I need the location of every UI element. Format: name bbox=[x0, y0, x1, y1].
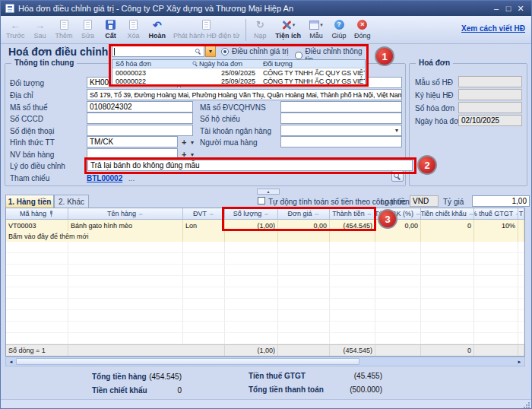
tien-thue-gtgt-label: Tiền thuế GTGT bbox=[249, 372, 306, 380]
column-options-icon: ⇔ bbox=[415, 211, 421, 217]
so-ho-chieu-input[interactable] bbox=[280, 113, 402, 124]
nv-ban-hang-input[interactable] bbox=[87, 148, 178, 160]
items-grid: Mã hàng Tên hàng⇔ ĐVT⇔ Số lượng⇔ Đơn giá… bbox=[5, 208, 525, 357]
toolbar-them-button[interactable]: Thêm bbox=[52, 17, 77, 43]
col-ma-hang[interactable]: Mã hàng bbox=[6, 208, 68, 219]
ky-hieu-hd-label: Ký hiệu HĐ bbox=[415, 91, 454, 100]
toolbar-giup-button[interactable]: ? Giúp bbox=[328, 17, 350, 43]
annotation-badge-1: 1 bbox=[375, 46, 394, 66]
annotation-badge-2: 2 bbox=[417, 155, 437, 175]
tai-khoan-dropdown-icon[interactable]: ▾ bbox=[395, 128, 398, 134]
invoice-search-dropdown-button[interactable]: ▼ bbox=[205, 46, 216, 57]
close-power-icon: × bbox=[357, 20, 367, 30]
toolbar-phat-hanh-button[interactable]: Phát hành HĐ điện tử bbox=[169, 17, 243, 43]
resize-grip[interactable] bbox=[523, 401, 530, 408]
scroll-left-icon[interactable]: ◄ bbox=[6, 360, 16, 364]
hinh-thuc-tt-add-icon[interactable]: + bbox=[182, 138, 186, 147]
grid-empty-row bbox=[6, 253, 524, 265]
col-so-luong[interactable]: Số lượng⇔ bbox=[225, 208, 278, 219]
so-hoa-don-label: Số hóa đơn bbox=[415, 104, 454, 113]
toolbar-sua-button[interactable]: Sửa bbox=[77, 17, 100, 43]
col-thue-gtgt[interactable]: % thuế GTGT⇔ bbox=[474, 208, 518, 219]
grid-data-row[interactable]: VT00003 Bánh gato hình mèo Lon (1,00) 0,… bbox=[6, 220, 524, 231]
auto-calc-checkbox[interactable] bbox=[258, 197, 265, 204]
ma-so-thue-label: Mã số thuế bbox=[10, 103, 47, 112]
delete-document-icon bbox=[129, 20, 138, 30]
toolbar-truoc-button[interactable]: ← Trước bbox=[2, 17, 29, 43]
tham-chieu-ellipsis[interactable]: ... bbox=[128, 174, 135, 182]
row-count: Số dòng = 1 bbox=[6, 345, 68, 356]
hinh-thuc-tt-dropdown-icon[interactable]: ▾ bbox=[191, 140, 194, 146]
radio-dieu-chinh-gia-tri[interactable]: Điều chỉnh giá trị bbox=[221, 47, 288, 55]
tai-khoan-label: Tài khoản ngân hàng bbox=[200, 127, 271, 135]
arrow-right-icon: → bbox=[35, 20, 46, 30]
col-dvt[interactable]: ĐVT⇔ bbox=[183, 208, 225, 219]
nguoi-mua-input[interactable] bbox=[280, 136, 402, 147]
search-icon bbox=[193, 62, 198, 67]
so-cccd-input[interactable] bbox=[87, 113, 193, 124]
general-info-group-title: Thông tin chung bbox=[11, 59, 77, 67]
toolbar-tien-ich-button[interactable]: ▾ Tiện ích bbox=[271, 17, 305, 43]
invoice-list-row[interactable]: 00000023 25/09/2025 CÔNG TY TNHH ẮC QUY … bbox=[112, 68, 365, 77]
nv-ban-hang-dropdown-icon[interactable]: ▾ bbox=[191, 152, 194, 158]
ma-so-dvcqhvns-label: Mã số ĐVCQHVNS bbox=[200, 103, 266, 112]
tham-chieu-search-button[interactable] bbox=[391, 170, 404, 182]
grid-add-row[interactable]: Bấm vào đây để thêm mới bbox=[6, 231, 524, 242]
view-invoice-guide-link[interactable]: Xem cách viết HĐ bbox=[461, 24, 525, 33]
column-options-icon: ⇔ bbox=[313, 211, 319, 217]
dia-chi-input[interactable]: Số 179, Tổ 39, Đường Hoàng Mai, Phường H… bbox=[87, 89, 402, 100]
undo-icon: ↶ bbox=[153, 20, 162, 30]
invoice-list-row[interactable]: 00000022 25/09/2025 CÔNG TY TNHH ẮC QUY … bbox=[112, 77, 365, 85]
summary-thanh-tien: (454.545) bbox=[330, 345, 375, 356]
ly-do-input[interactable]: Trả lại bánh do không đúng mẫu bbox=[87, 160, 413, 171]
toolbar-nap-button[interactable]: ↻ Nạp bbox=[249, 17, 271, 43]
column-options-icon: ⇔ bbox=[468, 211, 474, 217]
scroll-right-icon[interactable]: ► bbox=[515, 360, 524, 364]
so-ho-chieu-label: Số hộ chiếu bbox=[200, 115, 240, 123]
close-button[interactable]: ✕ bbox=[515, 4, 527, 14]
toolbar-dong-button[interactable]: × Đóng bbox=[350, 17, 375, 43]
grid-empty-row bbox=[6, 322, 524, 333]
horizontal-scrollbar[interactable]: ◄ ► bbox=[5, 357, 525, 366]
ty-gia-input[interactable]: 1,00 bbox=[472, 195, 530, 207]
toolbar-hoan-button[interactable]: ↶ Hoàn bbox=[145, 17, 170, 43]
col-doi-tuong: Đối tượng bbox=[258, 60, 365, 68]
save-icon bbox=[106, 20, 116, 30]
text-cursor bbox=[114, 48, 115, 55]
col-thanh-tien[interactable]: Thành tiền⇔ bbox=[330, 208, 375, 219]
tong-tien-thanh-toan-value: (500.000) bbox=[312, 385, 382, 394]
grid-empty-row bbox=[6, 333, 524, 344]
maximize-button[interactable]: □ bbox=[502, 4, 515, 13]
radio-unselected-icon bbox=[295, 52, 302, 59]
tai-khoan-input[interactable] bbox=[280, 125, 402, 136]
tab-hang-tien[interactable]: 1. Hàng tiền bbox=[5, 195, 54, 208]
tab-khac[interactable]: 2. Khác bbox=[54, 195, 89, 208]
ty-gia-label: Tỷ giá bbox=[443, 198, 464, 206]
col-don-gia[interactable]: Đơn giá⇔ bbox=[278, 208, 330, 219]
toolbar-xoa-button[interactable]: Xóa bbox=[122, 17, 145, 43]
ngay-hoa-don-label: Ngày hóa đơn bbox=[415, 117, 463, 125]
collapse-splitter-button[interactable]: ▲ bbox=[257, 189, 280, 195]
hinh-thuc-tt-input[interactable]: TM/CK bbox=[87, 136, 178, 147]
tham-chieu-link[interactable]: BTL00002 bbox=[87, 174, 122, 182]
ma-so-dvcqhvns-input[interactable] bbox=[280, 101, 402, 113]
column-options-icon: ⇔ bbox=[366, 211, 372, 217]
col-partial[interactable]: T bbox=[518, 208, 524, 219]
minimize-button[interactable]: – bbox=[490, 4, 502, 13]
summary-tien-ck: 0 bbox=[421, 345, 474, 356]
col-ten-hang[interactable]: Tên hàng⇔ bbox=[68, 208, 183, 219]
toolbar-sau-button[interactable]: → Sau bbox=[29, 17, 52, 43]
invoice-search-input[interactable] bbox=[112, 46, 204, 57]
doi-tuong-label: Đối tượng bbox=[10, 79, 44, 87]
toolbar-cat-button[interactable]: Cất bbox=[100, 17, 122, 43]
so-dien-thoai-input[interactable] bbox=[87, 125, 193, 136]
toolbar-mau-button[interactable]: ▾ Mẫu bbox=[305, 17, 328, 43]
toolbar-separator bbox=[245, 19, 246, 41]
grid-empty-row bbox=[6, 242, 524, 253]
col-tien-chiet-khau[interactable]: Tiền chiết khấu⇔ bbox=[421, 208, 474, 219]
loai-tien-input: VND bbox=[410, 195, 439, 207]
title-bar[interactable]: Hóa đơn điều chỉnh giá trị - Công ty CP … bbox=[1, 1, 531, 16]
nv-ban-hang-add-icon[interactable]: + bbox=[182, 151, 186, 159]
scrollbar-thumb[interactable] bbox=[16, 358, 359, 365]
ma-so-thue-input[interactable]: 0108024302 bbox=[87, 101, 193, 113]
